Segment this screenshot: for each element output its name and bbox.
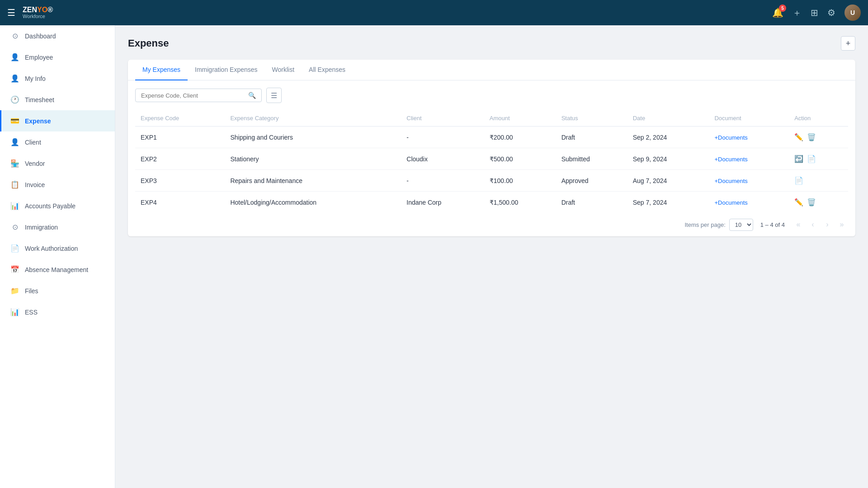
sidebar-item-files[interactable]: 📁 Files: [0, 280, 115, 301]
prev-page-button[interactable]: ‹: [807, 218, 819, 231]
document-link[interactable]: +Documents: [714, 134, 747, 141]
action-cell: ✏️🗑️: [789, 127, 848, 148]
sidebar-label-work-authorization: Work Authorization: [25, 245, 78, 252]
avatar-image: U: [844, 5, 861, 21]
edit-action-icon[interactable]: ✏️: [794, 198, 803, 206]
sidebar-label-timesheet: Timesheet: [25, 96, 54, 103]
status-cell: Draft: [556, 192, 627, 213]
first-page-button[interactable]: «: [792, 218, 805, 231]
action-cell: ✏️🗑️: [789, 192, 848, 213]
view-action-icon[interactable]: 📄: [794, 176, 803, 185]
filter-icon: ☰: [271, 91, 277, 100]
sidebar-item-client[interactable]: 👤 Client: [0, 131, 115, 153]
sidebar-item-employee[interactable]: 👤 Employee: [0, 47, 115, 68]
document-link[interactable]: +Documents: [714, 178, 747, 184]
sidebar-icon-dashboard: ⊙: [10, 32, 19, 40]
page-navigation: « ‹ › »: [792, 218, 848, 231]
edit-action-icon[interactable]: ✏️: [794, 133, 803, 141]
expense-code-cell: EXP2: [135, 148, 225, 170]
top-navigation: ☰ ZENYO® Workforce 🔔 5 ＋ ⊞ ⚙ U: [0, 0, 868, 25]
sidebar-item-expense[interactable]: 💳 Expense: [0, 110, 115, 131]
filter-button[interactable]: ☰: [266, 88, 282, 103]
sidebar-icon-files: 📁: [10, 286, 19, 295]
add-icon[interactable]: ＋: [793, 7, 802, 19]
table-row: EXP2StationeryCloudix₹500.00SubmittedSep…: [135, 148, 848, 170]
document-cell: +Documents: [709, 148, 789, 170]
col-header-expense-category: Expense Category: [225, 110, 401, 127]
expense-category-cell: Shipping and Couriers: [225, 127, 401, 148]
sidebar-label-ess: ESS: [25, 309, 38, 316]
tab-my-expenses[interactable]: My Expenses: [135, 60, 188, 80]
status-cell: Submitted: [556, 148, 627, 170]
tab-immigration-expenses[interactable]: Immigration Expenses: [188, 60, 265, 80]
sidebar-label-files: Files: [25, 287, 38, 295]
user-avatar[interactable]: U: [844, 5, 861, 21]
undo-action-icon[interactable]: ↩️: [794, 155, 803, 163]
hamburger-menu[interactable]: ☰: [7, 7, 15, 18]
document-link[interactable]: +Documents: [714, 156, 747, 163]
add-expense-button[interactable]: +: [841, 36, 855, 51]
sidebar-item-dashboard[interactable]: ⊙ Dashboard: [0, 25, 115, 47]
logo-sub: Workforce: [23, 14, 53, 19]
sidebar-label-absence-management: Absence Management: [25, 266, 88, 273]
col-header-action: Action: [789, 110, 848, 127]
sidebar: ⊙ Dashboard 👤 Employee 👤 My Info 🕐 Times…: [0, 25, 115, 488]
app-logo: ZENYO® Workforce: [23, 6, 53, 19]
delete-action-icon[interactable]: 🗑️: [807, 133, 816, 141]
sidebar-item-my-info[interactable]: 👤 My Info: [0, 68, 115, 89]
sidebar-label-immigration: Immigration: [25, 224, 58, 231]
search-area: 🔍 ☰: [128, 80, 855, 110]
per-page-select[interactable]: 102550: [729, 219, 753, 231]
delete-action-icon[interactable]: 🗑️: [807, 198, 816, 206]
action-cell: 📄: [789, 170, 848, 192]
client-cell: -: [401, 127, 484, 148]
search-icon[interactable]: 🔍: [248, 92, 256, 99]
sidebar-item-work-authorization[interactable]: 📄 Work Authorization: [0, 238, 115, 259]
sidebar-item-vendor[interactable]: 🏪 Vendor: [0, 153, 115, 174]
sidebar-label-invoice: Invoice: [25, 181, 45, 188]
notification-badge: 5: [779, 5, 786, 12]
sidebar-label-client: Client: [25, 139, 41, 146]
sidebar-item-ess[interactable]: 📊 ESS: [0, 301, 115, 323]
amount-cell: ₹1,500.00: [484, 192, 556, 213]
date-cell: Aug 7, 2024: [627, 170, 709, 192]
settings-icon[interactable]: ⚙: [827, 7, 835, 18]
notifications-icon[interactable]: 🔔 5: [772, 7, 783, 18]
page-header: Expense +: [128, 36, 855, 51]
expense-card: My ExpensesImmigration ExpensesWorklistA…: [128, 60, 855, 236]
status-cell: Approved: [556, 170, 627, 192]
amount-cell: ₹500.00: [484, 148, 556, 170]
sidebar-item-immigration[interactable]: ⊙ Immigration: [0, 216, 115, 238]
search-input[interactable]: [141, 92, 248, 99]
col-header-status: Status: [556, 110, 627, 127]
sidebar-item-absence-management[interactable]: 📅 Absence Management: [0, 259, 115, 280]
next-page-button[interactable]: ›: [821, 218, 834, 231]
last-page-button[interactable]: »: [835, 218, 848, 231]
sidebar-icon-work-authorization: 📄: [10, 244, 19, 253]
expense-category-cell: Repairs and Maintenance: [225, 170, 401, 192]
col-header-amount: Amount: [484, 110, 556, 127]
sidebar-icon-my-info: 👤: [10, 74, 19, 83]
action-cell: ↩️📄: [789, 148, 848, 170]
sidebar-item-invoice[interactable]: 📋 Invoice: [0, 174, 115, 195]
apps-grid-icon[interactable]: ⊞: [811, 7, 818, 18]
sidebar-item-accounts-payable[interactable]: 📊 Accounts Payable: [0, 195, 115, 216]
expense-category-cell: Stationery: [225, 148, 401, 170]
sidebar-label-employee: Employee: [25, 54, 53, 61]
amount-cell: ₹100.00: [484, 170, 556, 192]
document-cell: +Documents: [709, 192, 789, 213]
tab-all-expenses[interactable]: All Expenses: [302, 60, 353, 80]
sidebar-icon-accounts-payable: 📊: [10, 202, 19, 210]
sidebar-item-timesheet[interactable]: 🕐 Timesheet: [0, 89, 115, 110]
document-link[interactable]: +Documents: [714, 199, 747, 206]
tab-worklist[interactable]: Worklist: [265, 60, 302, 80]
items-per-page-label: Items per page:: [684, 221, 725, 228]
view-action-icon[interactable]: 📄: [807, 155, 816, 163]
sidebar-label-my-info: My Info: [25, 75, 46, 82]
expense-code-cell: EXP1: [135, 127, 225, 148]
table-row: EXP4Hotel/Lodging/AccommodationIndane Co…: [135, 192, 848, 213]
sidebar-label-expense: Expense: [25, 117, 51, 125]
col-header-document: Document: [709, 110, 789, 127]
date-cell: Sep 9, 2024: [627, 148, 709, 170]
status-cell: Draft: [556, 127, 627, 148]
